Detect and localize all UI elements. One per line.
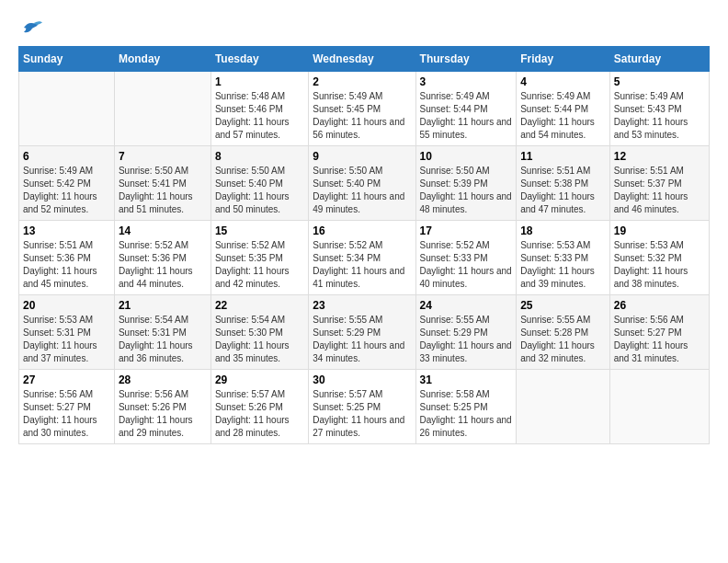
calendar-cell: 15Sunrise: 5:52 AMSunset: 5:35 PMDayligh…	[210, 221, 308, 295]
day-number: 29	[215, 373, 304, 386]
day-number: 2	[313, 75, 411, 88]
day-number: 8	[215, 150, 304, 163]
day-number: 26	[614, 299, 705, 312]
day-number: 12	[614, 150, 705, 163]
day-header-wednesday: Wednesday	[309, 47, 415, 72]
day-number: 20	[23, 299, 110, 312]
calendar-cell: 8Sunrise: 5:50 AMSunset: 5:40 PMDaylight…	[210, 146, 308, 221]
day-number: 22	[215, 299, 304, 312]
day-header-saturday: Saturday	[609, 47, 709, 72]
day-number: 31	[420, 373, 513, 386]
day-info: Sunrise: 5:49 AMSunset: 5:44 PMDaylight:…	[520, 90, 606, 142]
calendar-cell: 7Sunrise: 5:50 AMSunset: 5:41 PMDaylight…	[114, 146, 210, 221]
day-number: 13	[23, 224, 110, 237]
day-header-friday: Friday	[517, 47, 610, 72]
day-header-monday: Monday	[114, 47, 210, 72]
day-info: Sunrise: 5:49 AMSunset: 5:44 PMDaylight:…	[420, 90, 513, 142]
page-header	[18, 18, 710, 37]
day-info: Sunrise: 5:53 AMSunset: 5:33 PMDaylight:…	[520, 239, 606, 291]
calendar-cell: 14Sunrise: 5:52 AMSunset: 5:36 PMDayligh…	[114, 221, 210, 295]
calendar-cell: 11Sunrise: 5:51 AMSunset: 5:38 PMDayligh…	[517, 146, 610, 221]
day-info: Sunrise: 5:50 AMSunset: 5:40 PMDaylight:…	[215, 165, 304, 216]
week-row-4: 20Sunrise: 5:53 AMSunset: 5:31 PMDayligh…	[19, 295, 710, 370]
calendar-cell: 12Sunrise: 5:51 AMSunset: 5:37 PMDayligh…	[609, 146, 709, 221]
calendar-cell: 2Sunrise: 5:49 AMSunset: 5:45 PMDaylight…	[309, 72, 415, 146]
calendar-cell	[517, 370, 610, 444]
day-number: 6	[23, 150, 110, 163]
day-number: 3	[420, 75, 513, 88]
day-header-sunday: Sunday	[19, 47, 115, 72]
day-info: Sunrise: 5:52 AMSunset: 5:36 PMDaylight:…	[119, 239, 207, 291]
day-number: 30	[313, 373, 411, 386]
day-number: 24	[420, 299, 513, 312]
day-info: Sunrise: 5:55 AMSunset: 5:28 PMDaylight:…	[520, 314, 606, 365]
calendar-cell: 18Sunrise: 5:53 AMSunset: 5:33 PMDayligh…	[517, 221, 610, 295]
day-number: 28	[119, 373, 207, 386]
calendar-cell: 17Sunrise: 5:52 AMSunset: 5:33 PMDayligh…	[415, 221, 517, 295]
day-number: 19	[614, 224, 705, 237]
day-number: 25	[520, 299, 606, 312]
calendar-cell: 25Sunrise: 5:55 AMSunset: 5:28 PMDayligh…	[517, 295, 610, 370]
day-info: Sunrise: 5:50 AMSunset: 5:41 PMDaylight:…	[119, 165, 207, 216]
day-info: Sunrise: 5:49 AMSunset: 5:42 PMDaylight:…	[23, 165, 110, 216]
day-info: Sunrise: 5:51 AMSunset: 5:37 PMDaylight:…	[614, 165, 705, 216]
calendar-cell	[19, 72, 115, 146]
day-info: Sunrise: 5:56 AMSunset: 5:27 PMDaylight:…	[614, 314, 705, 365]
calendar-cell: 29Sunrise: 5:57 AMSunset: 5:26 PMDayligh…	[210, 370, 308, 444]
day-number: 7	[119, 150, 207, 163]
calendar-cell: 23Sunrise: 5:55 AMSunset: 5:29 PMDayligh…	[309, 295, 415, 370]
calendar-cell: 31Sunrise: 5:58 AMSunset: 5:25 PMDayligh…	[415, 370, 517, 444]
week-row-2: 6Sunrise: 5:49 AMSunset: 5:42 PMDaylight…	[19, 146, 710, 221]
day-number: 14	[119, 224, 207, 237]
day-info: Sunrise: 5:51 AMSunset: 5:36 PMDaylight:…	[23, 239, 110, 291]
calendar-cell: 4Sunrise: 5:49 AMSunset: 5:44 PMDaylight…	[517, 72, 610, 146]
day-number: 21	[119, 299, 207, 312]
calendar-cell: 22Sunrise: 5:54 AMSunset: 5:30 PMDayligh…	[210, 295, 308, 370]
day-info: Sunrise: 5:55 AMSunset: 5:29 PMDaylight:…	[313, 314, 411, 365]
day-number: 9	[313, 150, 411, 163]
calendar-cell: 9Sunrise: 5:50 AMSunset: 5:40 PMDaylight…	[309, 146, 415, 221]
calendar-table: SundayMondayTuesdayWednesdayThursdayFrid…	[18, 46, 710, 444]
day-info: Sunrise: 5:48 AMSunset: 5:46 PMDaylight:…	[215, 90, 304, 142]
day-number: 16	[313, 224, 411, 237]
day-number: 18	[520, 224, 606, 237]
day-info: Sunrise: 5:50 AMSunset: 5:39 PMDaylight:…	[420, 165, 513, 216]
calendar-cell: 19Sunrise: 5:53 AMSunset: 5:32 PMDayligh…	[609, 221, 709, 295]
day-info: Sunrise: 5:51 AMSunset: 5:38 PMDaylight:…	[520, 165, 606, 216]
day-number: 23	[313, 299, 411, 312]
calendar-header-row: SundayMondayTuesdayWednesdayThursdayFrid…	[19, 47, 710, 72]
calendar-cell: 20Sunrise: 5:53 AMSunset: 5:31 PMDayligh…	[19, 295, 115, 370]
calendar-cell	[114, 72, 210, 146]
day-number: 15	[215, 224, 304, 237]
day-info: Sunrise: 5:49 AMSunset: 5:45 PMDaylight:…	[313, 90, 411, 142]
day-info: Sunrise: 5:50 AMSunset: 5:40 PMDaylight:…	[313, 165, 411, 216]
logo-bird-icon	[20, 18, 42, 37]
calendar-cell: 30Sunrise: 5:57 AMSunset: 5:25 PMDayligh…	[309, 370, 415, 444]
day-info: Sunrise: 5:49 AMSunset: 5:43 PMDaylight:…	[614, 90, 705, 142]
day-number: 17	[420, 224, 513, 237]
day-info: Sunrise: 5:52 AMSunset: 5:35 PMDaylight:…	[215, 239, 304, 291]
day-info: Sunrise: 5:56 AMSunset: 5:26 PMDaylight:…	[119, 388, 207, 440]
day-header-tuesday: Tuesday	[210, 47, 308, 72]
calendar-cell: 24Sunrise: 5:55 AMSunset: 5:29 PMDayligh…	[415, 295, 517, 370]
day-info: Sunrise: 5:55 AMSunset: 5:29 PMDaylight:…	[420, 314, 513, 365]
day-number: 27	[23, 373, 110, 386]
calendar-cell: 28Sunrise: 5:56 AMSunset: 5:26 PMDayligh…	[114, 370, 210, 444]
day-info: Sunrise: 5:52 AMSunset: 5:34 PMDaylight:…	[313, 239, 411, 291]
day-number: 1	[215, 75, 304, 88]
calendar-cell: 3Sunrise: 5:49 AMSunset: 5:44 PMDaylight…	[415, 72, 517, 146]
logo	[18, 18, 42, 37]
day-info: Sunrise: 5:58 AMSunset: 5:25 PMDaylight:…	[420, 388, 513, 440]
day-number: 11	[520, 150, 606, 163]
day-number: 10	[420, 150, 513, 163]
week-row-1: 1Sunrise: 5:48 AMSunset: 5:46 PMDaylight…	[19, 72, 710, 146]
day-info: Sunrise: 5:53 AMSunset: 5:31 PMDaylight:…	[23, 314, 110, 365]
calendar-cell: 27Sunrise: 5:56 AMSunset: 5:27 PMDayligh…	[19, 370, 115, 444]
day-info: Sunrise: 5:53 AMSunset: 5:32 PMDaylight:…	[614, 239, 705, 291]
day-number: 4	[520, 75, 606, 88]
week-row-3: 13Sunrise: 5:51 AMSunset: 5:36 PMDayligh…	[19, 221, 710, 295]
calendar-cell	[609, 370, 709, 444]
day-info: Sunrise: 5:52 AMSunset: 5:33 PMDaylight:…	[420, 239, 513, 291]
day-info: Sunrise: 5:57 AMSunset: 5:26 PMDaylight:…	[215, 388, 304, 440]
day-info: Sunrise: 5:57 AMSunset: 5:25 PMDaylight:…	[313, 388, 411, 440]
